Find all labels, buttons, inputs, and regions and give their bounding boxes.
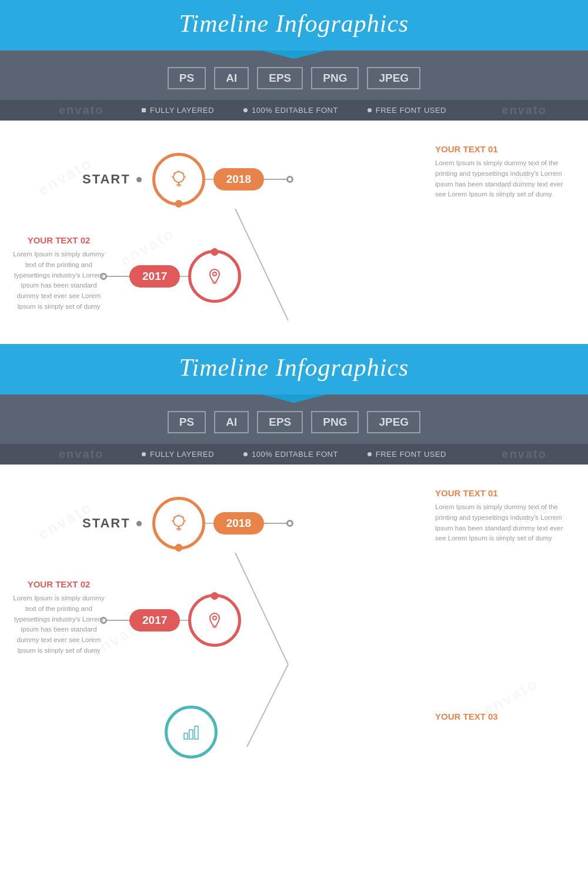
svg-line-7: [183, 173, 184, 174]
badge-png-2: PNG: [311, 411, 359, 433]
text-block-right-3: YOUR TEXT 03: [435, 711, 564, 726]
text-heading-3-2: YOUR TEXT 03: [435, 711, 564, 721]
text-body-2-2: Lorem Ipsum is simply dummy text of the …: [12, 593, 106, 656]
year-badge-2018-2: 2018: [213, 512, 264, 534]
svg-rect-26: [189, 730, 193, 739]
chart-icon-2: [181, 721, 202, 743]
feature-3-2: FREE FONT USED: [368, 450, 446, 459]
badge-jpeg-1: JPEG: [367, 67, 420, 89]
watermark-left-1: envato: [59, 103, 103, 117]
feature-1-1: FULLY LAYERED: [142, 106, 214, 115]
title-bar-1: Timeline Infographics: [0, 0, 588, 51]
main-title-1: Timeline Infographics: [0, 9, 588, 38]
infographic-1: envato envato envato START: [0, 121, 588, 344]
features-bar-1: envato envato FULLY LAYERED 100% EDITABL…: [0, 100, 588, 121]
text-block-left-1: YOUR TEXT 02 Lorem Ipsum is simply dummy…: [12, 235, 106, 312]
svg-line-6: [173, 173, 175, 174]
svg-point-23: [213, 616, 216, 620]
svg-line-13: [247, 664, 288, 747]
year-badge-2017-2: 2017: [129, 609, 180, 632]
watermark-right-1: envato: [502, 103, 547, 117]
timeline-row-3-2: [165, 706, 218, 759]
timeline-row-1-2: START 2018: [82, 497, 388, 550]
text-body-2-1: Lorem Ipsum is simply dummy text of the …: [12, 249, 106, 312]
title-bar-2: Timeline Infographics: [0, 344, 588, 395]
badge-png-1: PNG: [311, 67, 359, 89]
badge-eps-1: EPS: [257, 67, 303, 89]
svg-point-1: [173, 172, 184, 182]
section-2: Timeline Infographics PS AI EPS PNG JPEG…: [0, 344, 588, 770]
wm-right-2: envato: [502, 447, 547, 461]
svg-point-14: [173, 516, 184, 526]
svg-line-20: [183, 517, 184, 518]
text-heading-2-1: YOUR TEXT 02: [12, 235, 106, 245]
feature-2-2: 100% EDITABLE FONT: [243, 450, 338, 459]
badge-ai-1: AI: [214, 67, 249, 89]
badge-ai-2: AI: [214, 411, 249, 433]
start-dot-1: [136, 177, 142, 182]
text-block-right-2: YOUR TEXT 01 Lorem Ipsum is simply dummy…: [435, 488, 564, 544]
features-bar-2: envato envato FULLY LAYERED 100% EDITABL…: [0, 444, 588, 465]
start-dot-2: [136, 521, 142, 526]
svg-point-10: [213, 272, 216, 276]
end-dot-2: [286, 520, 293, 527]
text-block-left-2: YOUR TEXT 02 Lorem Ipsum is simply dummy…: [12, 579, 106, 656]
circle-lightbulb-2: [152, 497, 205, 550]
year-badge-2018-1: 2018: [213, 168, 264, 191]
timeline-row-2-2: 2017: [100, 594, 347, 647]
badge-ps-2: PS: [168, 411, 206, 433]
text-body-1-2: Lorem Ipsum is simply dummy text of the …: [435, 502, 564, 544]
feature-2-1: 100% EDITABLE FONT: [243, 106, 338, 115]
year-badge-2017-1: 2017: [129, 265, 180, 288]
badge-eps-2: EPS: [257, 411, 303, 433]
section-1: Timeline Infographics PS AI EPS PNG JPEG…: [0, 0, 588, 344]
main-title-2: Timeline Infographics: [0, 353, 588, 382]
circle-pin-1: [188, 250, 241, 303]
lightbulb-icon-1: [168, 168, 190, 191]
wm-left-2: envato: [59, 447, 103, 461]
text-heading-1-2: YOUR TEXT 01: [435, 488, 564, 498]
location-icon-1: [204, 266, 225, 287]
infographic-2: envato envato envato envato START: [0, 465, 588, 770]
text-heading-2-2: YOUR TEXT 02: [12, 579, 106, 589]
lightbulb-icon-2: [168, 512, 190, 534]
badge-ps-1: PS: [168, 67, 206, 89]
header-2: Timeline Infographics PS AI EPS PNG JPEG…: [0, 344, 588, 465]
svg-rect-25: [184, 733, 188, 739]
header-1: Timeline Infographics PS AI EPS PNG JPEG…: [0, 0, 588, 121]
circle-chart-2: [165, 706, 218, 759]
svg-line-19: [173, 517, 175, 518]
text-heading-1: YOUR TEXT 01: [435, 144, 564, 154]
end-dot-1: [286, 176, 293, 183]
timeline-row-2-1: 2017: [100, 250, 347, 303]
text-body-1: Lorem Ipsum is simply dummy text of the …: [435, 158, 564, 200]
feature-1-2: FULLY LAYERED: [142, 450, 214, 459]
badge-jpeg-2: JPEG: [367, 411, 420, 433]
start-label-2: START: [82, 516, 131, 531]
start-label-1: START: [82, 172, 131, 187]
text-block-right-1: YOUR TEXT 01 Lorem Ipsum is simply dummy…: [435, 144, 564, 200]
location-icon-2: [204, 610, 225, 631]
svg-rect-27: [195, 726, 198, 739]
feature-3-1: FREE FONT USED: [368, 106, 446, 115]
circle-lightbulb-1: [152, 153, 205, 206]
circle-pin-2: [188, 594, 241, 647]
timeline-row-1-1: START 2: [82, 153, 388, 206]
